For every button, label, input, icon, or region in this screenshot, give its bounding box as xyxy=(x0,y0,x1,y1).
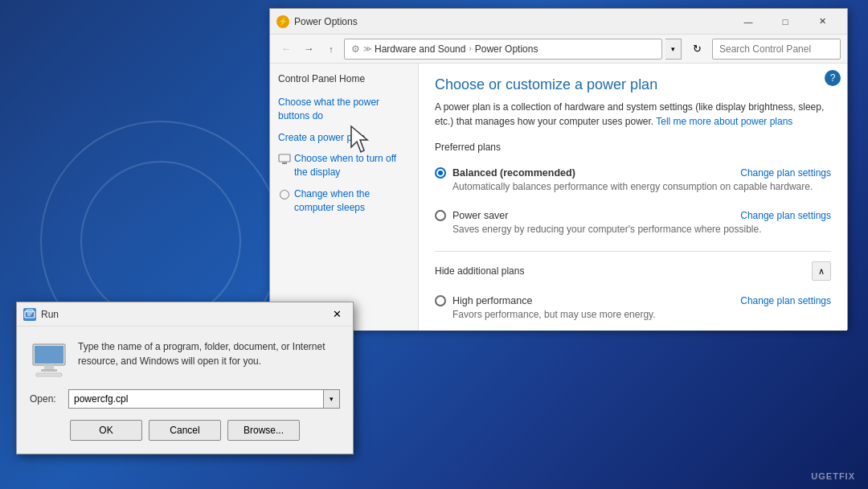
run-titlebar: Run ✕ xyxy=(17,302,353,327)
svg-rect-8 xyxy=(35,346,63,364)
run-browse-button[interactable]: Browse... xyxy=(227,420,300,441)
power-saver-change-link[interactable]: Change plan settings xyxy=(740,210,831,221)
balanced-plan-description: Automatically balances performance with … xyxy=(452,181,831,192)
refresh-button[interactable]: ↻ xyxy=(686,39,707,60)
run-cancel-button[interactable]: Cancel xyxy=(149,420,221,441)
tell-more-link[interactable]: Tell me more about power plans xyxy=(656,116,792,127)
display-icon xyxy=(278,153,291,166)
preferred-plans-label: Preferred plans xyxy=(435,142,831,153)
run-open-row: Open: ▾ xyxy=(30,389,340,409)
back-button[interactable]: ← xyxy=(276,39,296,59)
run-dialog: Run ✕ Type the name of a program, folder… xyxy=(16,302,354,454)
run-top: Type the name of a program, folder, docu… xyxy=(30,339,340,378)
balanced-change-link[interactable]: Change plan settings xyxy=(740,167,831,179)
balanced-radio[interactable] xyxy=(435,167,446,179)
window-content: Control Panel Home Choose what the power… xyxy=(270,64,847,331)
high-performance-plan-label[interactable]: High performance xyxy=(435,295,532,306)
svg-rect-10 xyxy=(41,369,57,372)
power-options-window: ⚡ Power Options — □ ✕ ← → ↑ ⚙ ≫ Hardware… xyxy=(269,8,848,330)
run-ok-button[interactable]: OK xyxy=(70,420,142,441)
high-performance-change-link[interactable]: Change plan settings xyxy=(740,295,831,306)
run-dialog-title: Run xyxy=(41,309,327,320)
power-saver-plan-label[interactable]: Power saver xyxy=(435,210,508,221)
window-title: Power Options xyxy=(294,16,730,27)
svg-rect-9 xyxy=(44,365,54,369)
path-part2: Power Options xyxy=(475,43,538,55)
balanced-plan-label[interactable]: Balanced (recommended) xyxy=(435,167,575,179)
up-button[interactable]: ↑ xyxy=(321,39,341,59)
run-open-label: Open: xyxy=(30,393,62,405)
balanced-plan-header: Balanced (recommended) Change plan setti… xyxy=(435,167,831,179)
address-path[interactable]: ⚙ ≫ Hardware and Sound › Power Options xyxy=(344,39,662,60)
sidebar-link-create-plan[interactable]: Create a power plan xyxy=(278,131,410,145)
sidebar-item-display: Choose when to turn off the display xyxy=(278,152,410,179)
main-title: Choose or customize a power plan xyxy=(435,76,831,93)
collapse-button[interactable]: ∧ xyxy=(812,261,831,281)
close-button[interactable]: ✕ xyxy=(804,9,841,35)
hide-plans-label: Hide additional plans xyxy=(435,265,524,277)
svg-rect-1 xyxy=(282,162,287,164)
run-input-wrapper: ▾ xyxy=(68,389,340,409)
run-open-input[interactable] xyxy=(68,389,324,409)
svg-rect-11 xyxy=(36,373,62,376)
high-performance-radio[interactable] xyxy=(435,295,446,306)
power-saver-plan-header: Power saver Change plan settings xyxy=(435,210,831,221)
titlebar-icon: ⚡ xyxy=(276,15,289,28)
power-saver-plan-description: Saves energy by reducing your computer's… xyxy=(452,224,831,235)
window-titlebar: ⚡ Power Options — □ ✕ xyxy=(270,9,847,35)
window-controls: — □ ✕ xyxy=(730,9,841,35)
minimize-button[interactable]: — xyxy=(730,9,767,35)
forward-button[interactable]: → xyxy=(299,39,318,59)
sidebar-link-power-buttons[interactable]: Choose what the power buttons do xyxy=(278,96,410,123)
main-panel: ? Choose or customize a power plan A pow… xyxy=(419,64,847,331)
plans-divider xyxy=(435,251,831,252)
high-performance-plan-header: High performance Change plan settings xyxy=(435,295,831,306)
run-pc-icon xyxy=(30,339,68,378)
sleep-icon xyxy=(278,188,291,201)
power-saver-plan-card: Power saver Change plan settings Saves e… xyxy=(435,203,831,241)
run-description: Type the name of a program, folder, docu… xyxy=(78,339,340,378)
sidebar-item-sleep: Change when the computer sleeps xyxy=(278,187,410,215)
search-input[interactable] xyxy=(712,39,841,60)
sidebar: Control Panel Home Choose what the power… xyxy=(270,64,419,331)
run-icon xyxy=(23,308,36,321)
maximize-button[interactable]: □ xyxy=(767,9,804,35)
run-input-dropdown[interactable]: ▾ xyxy=(324,389,340,409)
path-part1: Hardware and Sound xyxy=(375,43,465,55)
address-bar: ← → ↑ ⚙ ≫ Hardware and Sound › Power Opt… xyxy=(270,35,847,64)
watermark: UGETFIX xyxy=(811,471,855,481)
sidebar-home-link[interactable]: Control Panel Home xyxy=(278,73,410,84)
svg-rect-0 xyxy=(279,154,290,162)
balanced-plan-card: Balanced (recommended) Change plan setti… xyxy=(435,161,831,199)
main-description: A power plan is a collection of hardware… xyxy=(435,100,831,129)
high-performance-plan-description: Favors performance, but may use more ene… xyxy=(452,309,831,320)
path-icon: ⚙ xyxy=(351,43,360,55)
sidebar-link-display[interactable]: Choose when to turn off the display xyxy=(294,152,410,179)
hide-plans-row: Hide additional plans ∧ xyxy=(435,261,831,281)
power-saver-radio[interactable] xyxy=(435,210,446,221)
high-performance-plan-card: High performance Change plan settings Fa… xyxy=(435,289,831,327)
run-buttons: OK Cancel Browse... xyxy=(30,420,340,441)
address-dropdown[interactable]: ▾ xyxy=(665,39,682,60)
sidebar-link-sleep[interactable]: Change when the computer sleeps xyxy=(294,187,410,215)
run-close-button[interactable]: ✕ xyxy=(327,305,346,324)
help-button[interactable]: ? xyxy=(825,70,841,86)
run-body: Type the name of a program, folder, docu… xyxy=(17,327,353,454)
